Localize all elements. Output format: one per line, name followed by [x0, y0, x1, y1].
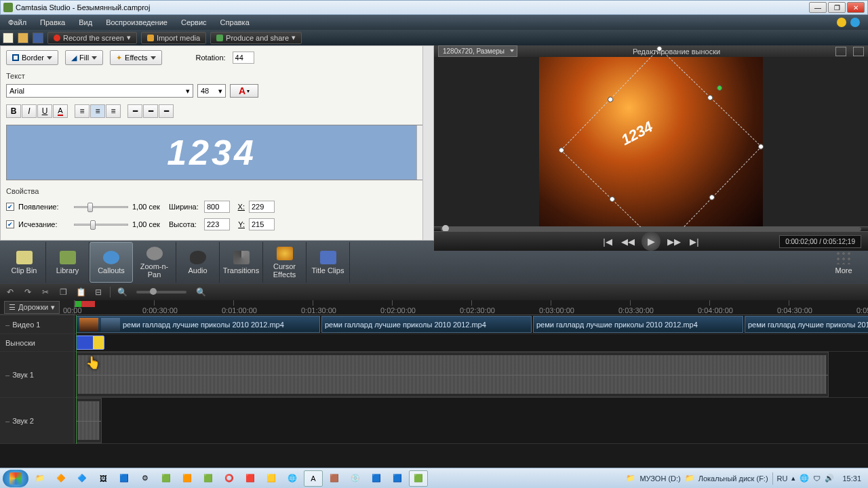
fadeout-slider[interactable] — [74, 219, 128, 230]
preview-fullscreen-icon[interactable] — [853, 47, 864, 56]
taskbar-app-icon[interactable]: 🟩 — [157, 470, 176, 487]
menu-service[interactable]: Сервис — [176, 16, 212, 28]
align-center-button[interactable]: ≡ — [90, 104, 105, 118]
menu-view[interactable]: Вид — [73, 16, 98, 28]
record-screen-button[interactable]: Record the screen▾ — [47, 32, 137, 44]
callout-clip[interactable] — [76, 336, 104, 350]
preview-canvas[interactable]: 1234 — [434, 57, 868, 226]
tab-title[interactable]: Title Clips — [307, 242, 350, 283]
taskbar-app-icon[interactable]: A — [304, 470, 323, 487]
tab-library[interactable]: Library — [46, 242, 90, 283]
audio-clip[interactable] — [76, 352, 829, 397]
callout-selection-box[interactable] — [561, 48, 762, 249]
tab-transitions[interactable]: Transitions — [220, 242, 263, 283]
fadein-slider[interactable] — [74, 201, 128, 212]
rotation-input[interactable] — [233, 52, 254, 64]
timeline-ruler[interactable]: ☰ Дорожки ▾ 00:000:00:30:000:01:00:000:0… — [0, 300, 868, 315]
hint-icon[interactable] — [837, 18, 846, 27]
bold-button[interactable]: B — [6, 104, 21, 118]
fadein-checkbox[interactable]: ✔ — [6, 203, 14, 211]
preview-dimensions-select[interactable]: 1280x720, Размеры — [438, 45, 517, 57]
tab-zoom[interactable]: Zoom-n-Pan — [133, 242, 176, 283]
split-icon[interactable]: ⊟ — [92, 287, 104, 298]
redo-icon[interactable]: ↷ — [22, 287, 34, 298]
taskbar-app-icon[interactable]: 🟨 — [262, 470, 281, 487]
taskbar-explorer-icon[interactable]: 📁 — [31, 470, 50, 487]
video-clip[interactable]: реми галлард лучшие приколы 2010 2012.mp… — [321, 316, 532, 333]
tray-muzon[interactable]: МУЗОН (D:) — [639, 474, 680, 483]
audio-clip[interactable] — [76, 398, 102, 443]
taskbar-app-icon[interactable]: 🟩 — [199, 470, 218, 487]
height-input[interactable] — [204, 218, 230, 230]
taskbar-app-icon[interactable]: 🟦 — [388, 470, 407, 487]
panel-scrollbar[interactable] — [422, 46, 433, 240]
taskbar-app-icon[interactable]: ⭕ — [220, 470, 239, 487]
produce-share-button[interactable]: Produce and share▾ — [210, 32, 302, 44]
taskbar-app-icon[interactable]: 🔶 — [52, 470, 71, 487]
close-button[interactable]: ✕ — [847, 2, 865, 13]
play-button[interactable]: ▶ — [642, 232, 660, 251]
border-button[interactable]: Border — [6, 50, 58, 65]
start-button[interactable] — [3, 470, 28, 487]
y-input[interactable] — [249, 218, 275, 230]
import-media-button[interactable]: Import media — [141, 32, 206, 44]
prev-button[interactable]: |◀ — [601, 235, 614, 248]
tracks-dropdown[interactable]: ☰ Дорожки ▾ — [4, 301, 60, 314]
preview-detach-icon[interactable] — [835, 47, 846, 56]
taskbar-chrome-icon[interactable]: 🌐 — [283, 470, 302, 487]
rewind-button[interactable]: ◀◀ — [621, 235, 635, 248]
tab-clipbin[interactable]: Clip Bin — [3, 242, 46, 283]
tab-callouts[interactable]: Callouts — [90, 242, 133, 283]
taskbar-app-icon[interactable]: 🟥 — [241, 470, 260, 487]
taskbar-app-icon[interactable]: 🖼 — [94, 470, 113, 487]
align-bottom-button[interactable]: ━ — [159, 104, 174, 118]
tab-cursor[interactable]: Cursor Effects — [263, 242, 307, 283]
taskbar-app-icon[interactable]: 🟫 — [325, 470, 344, 487]
taskbar-app-icon[interactable]: 🟧 — [178, 470, 197, 487]
taskbar-app-icon[interactable]: 🟦 — [367, 470, 386, 487]
fill-button[interactable]: ◢Fill — [65, 50, 103, 65]
menu-file[interactable]: Файл — [3, 16, 32, 28]
fadeout-checkbox[interactable]: ✔ — [6, 220, 14, 228]
taskbar-camtasia-icon[interactable]: 🟩 — [409, 470, 428, 487]
font-color-button[interactable]: A▾ — [230, 84, 258, 98]
playhead[interactable] — [76, 315, 77, 444]
align-left-button[interactable]: ≡ — [75, 104, 90, 118]
width-input[interactable] — [204, 201, 230, 213]
menu-help[interactable]: Справка — [215, 16, 255, 28]
video-clip[interactable]: реми галлард лучшие приколы 2010 2012.mp… — [745, 316, 868, 333]
open-icon[interactable] — [18, 33, 28, 43]
next-button[interactable]: ▶| — [688, 235, 701, 248]
save-icon[interactable] — [33, 33, 43, 43]
align-middle-button[interactable]: ━ — [143, 104, 158, 118]
italic-button[interactable]: I — [22, 104, 37, 118]
tray-lang[interactable]: RU — [777, 474, 788, 483]
copy-icon[interactable]: ❐ — [57, 287, 69, 298]
text-color-button[interactable]: A — [53, 104, 68, 118]
align-top-button[interactable]: ━ — [127, 104, 142, 118]
effects-button[interactable]: ✦Effects — [110, 50, 161, 65]
x-input[interactable] — [249, 201, 275, 213]
underline-button[interactable]: U — [37, 104, 52, 118]
cut-icon[interactable]: ✂ — [39, 287, 52, 298]
minimize-button[interactable]: — — [809, 2, 827, 13]
menu-edit[interactable]: Правка — [35, 16, 71, 28]
taskbar-app-icon[interactable]: ⚙ — [136, 470, 155, 487]
help-icon[interactable] — [850, 18, 860, 27]
font-family-select[interactable]: Arial▾ — [6, 84, 193, 98]
zoom-slider[interactable] — [136, 291, 186, 293]
tray-localdisk[interactable]: Локальный диск (F:) — [698, 474, 768, 483]
taskbar-app-icon[interactable]: 🟦 — [115, 470, 134, 487]
new-icon[interactable] — [3, 33, 14, 43]
video-clip[interactable]: реми галлард лучшие приколы 2010 2012.mp… — [533, 316, 743, 333]
zoomin-icon[interactable]: 🔍 — [195, 287, 207, 298]
zoomout-icon[interactable]: 🔍 — [116, 287, 128, 298]
paste-icon[interactable]: 📋 — [75, 287, 87, 298]
undo-icon[interactable]: ↶ — [4, 287, 16, 298]
forward-button[interactable]: ▶▶ — [667, 235, 681, 248]
align-right-button[interactable]: ≡ — [106, 104, 121, 118]
taskbar-app-icon[interactable]: 🔷 — [73, 470, 92, 487]
taskbar-app-icon[interactable]: 💿 — [346, 470, 365, 487]
maximize-button[interactable]: ❐ — [828, 2, 846, 13]
font-size-select[interactable]: 48▾ — [197, 84, 226, 98]
